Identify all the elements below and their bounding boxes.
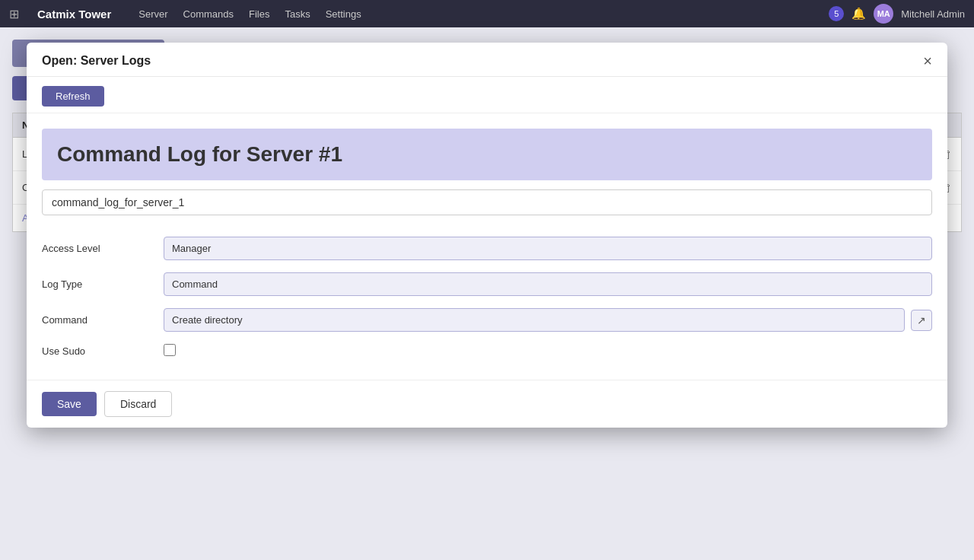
use-sudo-row: Use Sudo: [42, 338, 932, 364]
topbar-nav: Server Commands Files Tasks Settings: [138, 8, 361, 20]
bell-icon[interactable]: 🔔: [851, 7, 866, 21]
username-label: Mitchell Admin: [901, 8, 965, 20]
command-wrapper: Create directory ↗: [164, 308, 932, 332]
refresh-button[interactable]: Refresh: [42, 86, 104, 107]
nav-server[interactable]: Server: [138, 8, 167, 20]
modal-body: Command Log for Server #1 Access Level M…: [27, 113, 947, 380]
log-type-row: Log Type Command: [42, 266, 932, 302]
save-button[interactable]: Save: [42, 392, 97, 416]
grid-menu-icon[interactable]: ⊞: [9, 7, 19, 21]
modal-toolbar: Refresh: [27, 77, 947, 113]
slug-input[interactable]: [42, 189, 932, 215]
command-row: Command Create directory ↗: [42, 302, 932, 338]
nav-settings[interactable]: Settings: [326, 8, 361, 20]
modal-footer: Save Discard: [27, 380, 947, 428]
nav-tasks[interactable]: Tasks: [285, 8, 310, 20]
access-level-wrapper: Manager: [164, 237, 932, 260]
form-table: Access Level Manager Log Type: [42, 231, 932, 364]
topbar-right: 5 🔔 MA Mitchell Admin: [829, 4, 965, 24]
modal-header: Open: Server Logs ×: [27, 43, 947, 77]
nav-files[interactable]: Files: [249, 8, 269, 20]
modal-title: Open: Server Logs: [42, 54, 151, 68]
external-link-icon[interactable]: ↗: [911, 310, 932, 331]
log-type-select[interactable]: Command: [164, 272, 932, 296]
log-type-label: Log Type: [42, 266, 164, 302]
access-level-row: Access Level Manager: [42, 231, 932, 266]
command-label: Command: [42, 302, 164, 338]
use-sudo-checkbox[interactable]: [164, 344, 176, 356]
user-avatar[interactable]: MA: [874, 4, 893, 24]
log-type-wrapper: Command: [164, 272, 932, 296]
nav-commands[interactable]: Commands: [183, 8, 234, 20]
notification-badge[interactable]: 5: [829, 6, 844, 21]
modal-backdrop: Open: Server Logs × Refresh Command Log …: [0, 27, 974, 560]
modal-dialog: Open: Server Logs × Refresh Command Log …: [27, 43, 947, 428]
modal-close-button[interactable]: ×: [923, 53, 932, 68]
access-level-select[interactable]: Manager: [164, 237, 932, 260]
command-select[interactable]: Create directory: [164, 308, 905, 332]
topbar: ⊞ Catmix Tower Server Commands Files Tas…: [0, 0, 974, 27]
access-level-label: Access Level: [42, 231, 164, 266]
record-name-display: Command Log for Server #1: [42, 129, 932, 180]
discard-button[interactable]: Discard: [104, 391, 172, 417]
use-sudo-label: Use Sudo: [42, 338, 164, 364]
app-logo: Catmix Tower: [37, 8, 111, 21]
